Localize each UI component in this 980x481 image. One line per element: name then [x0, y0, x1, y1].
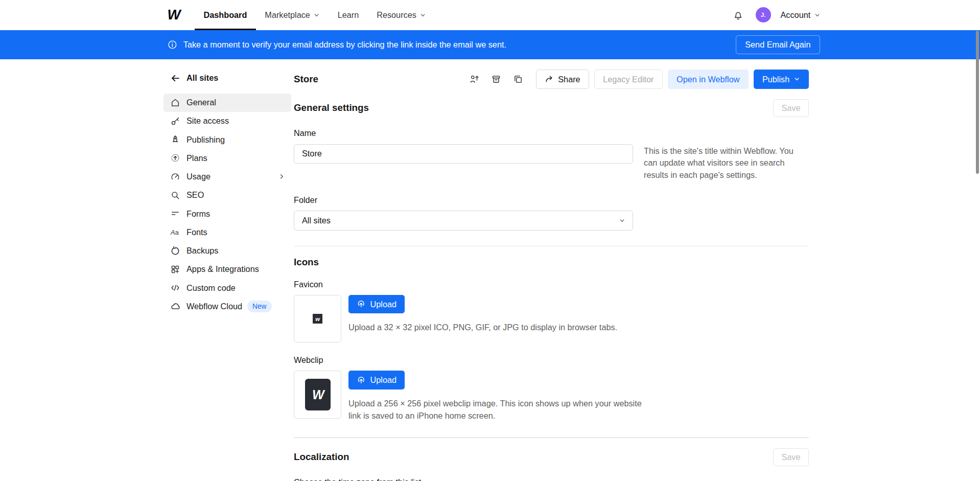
name-field-row: Name This is the site's title within Web…	[294, 128, 809, 181]
timezone-label: Choose the time zone from this list	[294, 477, 633, 481]
favicon-label: Favicon	[294, 280, 809, 289]
webclip-label: Webclip	[294, 355, 809, 365]
arrow-left-icon	[170, 73, 180, 83]
timezone-help-text: Time zone defaults to UTC, so setting it…	[644, 477, 809, 481]
folder-select[interactable]: All sites	[294, 211, 633, 231]
restore-icon	[170, 246, 180, 256]
header-actions: Share Legacy Editor Open in Webflow Publ…	[467, 70, 809, 89]
general-settings-head: General settings Save	[294, 99, 809, 117]
nav-tab-label: Resources	[377, 10, 416, 20]
webclip-block: Webclip W Upload Upload a 256 × 256 pixe…	[294, 355, 809, 422]
name-help-text: This is the site's title within Webflow.…	[644, 128, 809, 181]
site-name-input[interactable]	[294, 144, 633, 164]
share-arrow-icon	[545, 75, 554, 84]
sidebar-item-forms[interactable]: Forms	[164, 204, 291, 223]
nav-tab-learn[interactable]: Learn	[329, 0, 368, 30]
section-divider	[294, 437, 809, 438]
nav-right: J. Account	[731, 0, 820, 30]
sidebar-item-label: Custom code	[186, 283, 236, 293]
vertical-scrollbar[interactable]	[976, 31, 979, 174]
webclip-preview: W	[294, 371, 341, 418]
localization-head: Localization Save	[294, 448, 809, 466]
sidebar-item-label: SEO	[186, 190, 204, 200]
sidebar-item-publishing[interactable]: Publishing	[164, 130, 291, 149]
sidebar-item-backups[interactable]: Backups	[164, 242, 291, 260]
share-button[interactable]: Share	[536, 70, 589, 89]
sidebar-item-seo[interactable]: SEO	[164, 186, 291, 204]
site-header: Store	[294, 68, 809, 89]
publish-button[interactable]: Publish	[754, 70, 809, 89]
back-label: All sites	[186, 73, 218, 83]
rocket-icon	[170, 134, 180, 145]
webflow-logo-icon[interactable]: W	[168, 7, 179, 23]
folder-label: Folder	[294, 195, 633, 205]
sidebar-item-label: Site access	[186, 116, 229, 126]
account-menu[interactable]: Account	[781, 10, 820, 20]
section-divider	[294, 246, 809, 246]
webflow-dashboard-app: W Dashboard Marketplace Learn Resources	[0, 0, 980, 481]
home-icon	[170, 98, 180, 108]
webclip-image: W	[305, 379, 331, 411]
apps-grid-icon	[170, 264, 180, 274]
favicon-upload-label: Upload	[370, 300, 397, 309]
nav-tab-resources[interactable]: Resources	[368, 0, 435, 30]
sidebar-item-label: Fonts	[186, 227, 207, 237]
folder-field-row: Folder All sites	[294, 195, 809, 231]
open-in-webflow-button[interactable]: Open in Webflow	[668, 70, 749, 89]
chevron-down-icon	[314, 12, 319, 18]
nav-tab-dashboard[interactable]: Dashboard	[195, 0, 256, 30]
form-lines-icon	[170, 209, 180, 219]
favicon-help-text: Upload a 32 × 32 pixel ICO, PNG, GIF, or…	[348, 321, 617, 333]
sidebar-item-fonts[interactable]: Aa Fonts	[164, 223, 291, 241]
banner-message: Take a moment to verify your email addre…	[183, 40, 506, 50]
general-save-button[interactable]: Save	[773, 99, 808, 117]
archive-site-icon[interactable]	[488, 72, 504, 87]
chevron-right-icon	[278, 173, 285, 180]
sidebar-item-apps-integrations[interactable]: Apps & Integrations	[164, 260, 291, 279]
code-icon	[170, 283, 180, 293]
legacy-editor-button[interactable]: Legacy Editor	[594, 70, 663, 89]
sidebar-item-label: Forms	[186, 209, 210, 219]
sidebar-item-label: Apps & Integrations	[186, 264, 259, 274]
folder-selected-value: All sites	[302, 216, 331, 225]
sidebar-item-site-access[interactable]: Site access	[164, 112, 291, 130]
avatar[interactable]: J.	[756, 7, 771, 22]
icons-heading: Icons	[294, 257, 319, 268]
back-to-all-sites[interactable]: All sites	[164, 68, 291, 94]
nav-tab-label: Learn	[338, 10, 359, 20]
sidebar-item-usage[interactable]: Usage	[164, 168, 291, 186]
sidebar-item-custom-code[interactable]: Custom code	[164, 279, 291, 297]
arrow-up-circle-icon	[170, 153, 180, 163]
cloud-icon	[170, 301, 180, 311]
localization-save-button[interactable]: Save	[773, 448, 808, 466]
webclip-upload-button[interactable]: Upload	[348, 371, 405, 389]
search-icon	[170, 190, 180, 200]
notifications-bell-icon[interactable]	[731, 7, 746, 22]
nav-tab-label: Dashboard	[203, 10, 247, 20]
settings-sidebar: All sites General Site access Publishing	[164, 68, 291, 481]
send-email-again-button[interactable]: Send Email Again	[736, 35, 820, 55]
general-settings-heading: General settings	[294, 102, 369, 113]
name-label: Name	[294, 128, 633, 138]
nav-tab-marketplace[interactable]: Marketplace	[256, 0, 329, 30]
sidebar-item-label: Plans	[186, 153, 207, 163]
key-icon	[170, 116, 180, 126]
transfer-site-icon[interactable]	[467, 72, 482, 87]
email-verification-banner: Take a moment to verify your email addre…	[0, 30, 980, 60]
favicon-upload-button[interactable]: Upload	[348, 295, 405, 313]
upload-icon	[357, 376, 366, 385]
timezone-field-row: Choose the time zone from this list [GMT…	[294, 477, 809, 481]
chevron-down-icon	[814, 12, 820, 18]
chevron-down-icon	[420, 12, 426, 18]
settings-main: Store	[294, 68, 809, 481]
sidebar-item-webflow-cloud[interactable]: Webflow Cloud New	[164, 297, 291, 315]
duplicate-site-icon[interactable]	[510, 72, 526, 87]
share-label: Share	[558, 75, 580, 84]
webclip-upload-label: Upload	[370, 375, 397, 385]
sidebar-item-general[interactable]: General	[164, 94, 291, 112]
info-icon	[168, 40, 177, 50]
webclip-help-text: Upload a 256 × 256 pixel webclip image. …	[348, 397, 647, 422]
upload-icon	[357, 300, 366, 309]
localization-heading: Localization	[294, 451, 349, 463]
sidebar-item-plans[interactable]: Plans	[164, 149, 291, 167]
